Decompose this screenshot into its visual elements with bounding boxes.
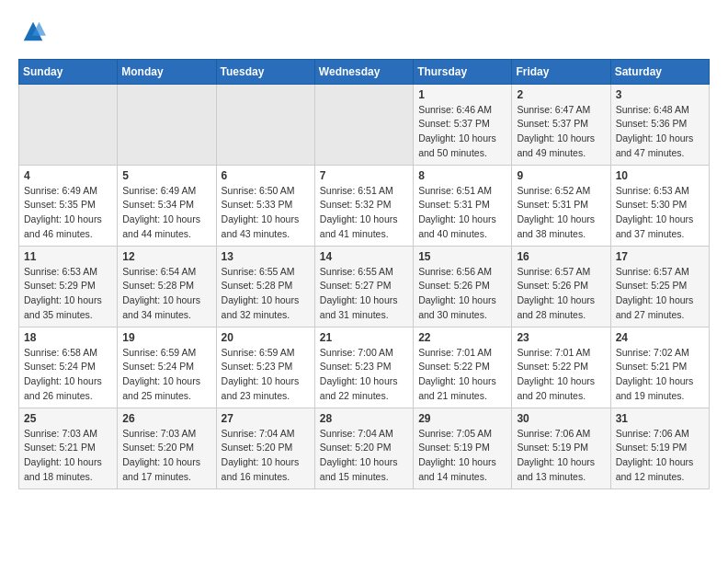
day-number: 3: [616, 88, 704, 101]
calendar-cell: 29 Sunrise: 7:05 AMSunset: 5:19 PMDaylig…: [414, 408, 512, 488]
calendar-week-row: 1 Sunrise: 6:46 AMSunset: 5:37 PMDayligh…: [19, 84, 710, 165]
day-info: Sunrise: 6:51 AMSunset: 5:32 PMDaylight:…: [320, 185, 398, 239]
day-number: 18: [24, 331, 112, 344]
day-number: 19: [122, 331, 210, 344]
day-number: 22: [418, 331, 506, 344]
day-info: Sunrise: 7:01 AMSunset: 5:22 PMDaylight:…: [418, 347, 496, 401]
calendar-cell: 28 Sunrise: 7:04 AMSunset: 5:20 PMDaylig…: [314, 408, 413, 488]
logo-icon: [20, 18, 46, 44]
calendar-cell: 24 Sunrise: 7:02 AMSunset: 5:21 PMDaylig…: [610, 327, 709, 408]
day-info: Sunrise: 6:52 AMSunset: 5:31 PMDaylight:…: [517, 185, 595, 239]
calendar-cell: 15 Sunrise: 6:56 AMSunset: 5:26 PMDaylig…: [414, 246, 512, 327]
day-info: Sunrise: 7:06 AMSunset: 5:19 PMDaylight:…: [517, 428, 595, 482]
day-info: Sunrise: 6:54 AMSunset: 5:28 PMDaylight:…: [122, 266, 200, 320]
calendar-cell: 21 Sunrise: 7:00 AMSunset: 5:23 PMDaylig…: [314, 327, 413, 408]
day-info: Sunrise: 7:03 AMSunset: 5:20 PMDaylight:…: [122, 428, 200, 482]
calendar-cell: 26 Sunrise: 7:03 AMSunset: 5:20 PMDaylig…: [118, 408, 216, 488]
day-number: 5: [122, 169, 210, 182]
day-info: Sunrise: 6:49 AMSunset: 5:34 PMDaylight:…: [122, 185, 200, 239]
day-info: Sunrise: 6:56 AMSunset: 5:26 PMDaylight:…: [418, 266, 496, 320]
day-number: 20: [222, 331, 310, 344]
calendar-week-row: 18 Sunrise: 6:58 AMSunset: 5:24 PMDaylig…: [19, 327, 710, 408]
calendar-cell: 17 Sunrise: 6:57 AMSunset: 5:25 PMDaylig…: [610, 246, 709, 327]
weekday-header-thursday: Thursday: [414, 59, 512, 84]
day-number: 1: [418, 88, 506, 101]
calendar-cell: 30 Sunrise: 7:06 AMSunset: 5:19 PMDaylig…: [512, 408, 610, 488]
day-number: 15: [418, 250, 506, 263]
day-info: Sunrise: 6:48 AMSunset: 5:36 PMDaylight:…: [616, 104, 694, 158]
day-info: Sunrise: 7:04 AMSunset: 5:20 PMDaylight:…: [320, 428, 398, 482]
day-number: 7: [320, 169, 408, 182]
calendar-cell: 12 Sunrise: 6:54 AMSunset: 5:28 PMDaylig…: [118, 246, 216, 327]
calendar-cell: 27 Sunrise: 7:04 AMSunset: 5:20 PMDaylig…: [216, 408, 314, 488]
calendar-cell: 23 Sunrise: 7:01 AMSunset: 5:22 PMDaylig…: [512, 327, 610, 408]
day-number: 27: [222, 412, 310, 425]
day-info: Sunrise: 7:02 AMSunset: 5:21 PMDaylight:…: [616, 347, 694, 401]
weekday-header-sunday: Sunday: [19, 59, 118, 84]
day-info: Sunrise: 6:58 AMSunset: 5:24 PMDaylight:…: [24, 347, 102, 401]
calendar-cell: 2 Sunrise: 6:47 AMSunset: 5:37 PMDayligh…: [512, 84, 610, 165]
calendar-cell: 25 Sunrise: 7:03 AMSunset: 5:21 PMDaylig…: [19, 408, 118, 488]
day-number: 16: [517, 250, 605, 263]
day-info: Sunrise: 7:05 AMSunset: 5:19 PMDaylight:…: [418, 428, 496, 482]
day-info: Sunrise: 6:59 AMSunset: 5:23 PMDaylight:…: [222, 347, 300, 401]
calendar-cell: 20 Sunrise: 6:59 AMSunset: 5:23 PMDaylig…: [216, 327, 314, 408]
day-number: 24: [616, 331, 704, 344]
calendar-cell: 6 Sunrise: 6:50 AMSunset: 5:33 PMDayligh…: [216, 165, 314, 246]
day-number: 28: [320, 412, 408, 425]
day-info: Sunrise: 7:01 AMSunset: 5:22 PMDaylight:…: [517, 347, 595, 401]
calendar-table: SundayMondayTuesdayWednesdayThursdayFrid…: [18, 59, 710, 489]
day-number: 6: [222, 169, 310, 182]
calendar-cell: 8 Sunrise: 6:51 AMSunset: 5:31 PMDayligh…: [414, 165, 512, 246]
calendar-cell: 13 Sunrise: 6:55 AMSunset: 5:28 PMDaylig…: [216, 246, 314, 327]
day-info: Sunrise: 6:57 AMSunset: 5:25 PMDaylight:…: [616, 266, 694, 320]
calendar-cell: 31 Sunrise: 7:06 AMSunset: 5:19 PMDaylig…: [610, 408, 709, 488]
weekday-header-tuesday: Tuesday: [216, 59, 314, 84]
day-info: Sunrise: 6:53 AMSunset: 5:30 PMDaylight:…: [616, 185, 694, 239]
calendar-cell: 7 Sunrise: 6:51 AMSunset: 5:32 PMDayligh…: [314, 165, 413, 246]
day-info: Sunrise: 6:55 AMSunset: 5:27 PMDaylight:…: [320, 266, 398, 320]
day-info: Sunrise: 6:49 AMSunset: 5:35 PMDaylight:…: [24, 185, 102, 239]
calendar-week-row: 11 Sunrise: 6:53 AMSunset: 5:29 PMDaylig…: [19, 246, 710, 327]
day-number: 2: [517, 88, 605, 101]
day-number: 14: [320, 250, 408, 263]
day-number: 10: [616, 169, 704, 182]
calendar-cell: [216, 84, 314, 165]
weekday-header-row: SundayMondayTuesdayWednesdayThursdayFrid…: [19, 59, 710, 84]
day-number: 11: [24, 250, 112, 263]
calendar-cell: [314, 84, 413, 165]
day-info: Sunrise: 7:06 AMSunset: 5:19 PMDaylight:…: [616, 428, 694, 482]
weekday-header-monday: Monday: [118, 59, 216, 84]
calendar-cell: 4 Sunrise: 6:49 AMSunset: 5:35 PMDayligh…: [19, 165, 118, 246]
calendar-cell: 1 Sunrise: 6:46 AMSunset: 5:37 PMDayligh…: [414, 84, 512, 165]
weekday-header-saturday: Saturday: [610, 59, 709, 84]
calendar-week-row: 4 Sunrise: 6:49 AMSunset: 5:35 PMDayligh…: [19, 165, 710, 246]
day-info: Sunrise: 7:03 AMSunset: 5:21 PMDaylight:…: [24, 428, 102, 482]
calendar-cell: 3 Sunrise: 6:48 AMSunset: 5:36 PMDayligh…: [610, 84, 709, 165]
day-number: 12: [122, 250, 210, 263]
logo: [18, 18, 46, 50]
day-info: Sunrise: 7:04 AMSunset: 5:20 PMDaylight:…: [222, 428, 300, 482]
day-info: Sunrise: 6:53 AMSunset: 5:29 PMDaylight:…: [24, 266, 102, 320]
day-number: 23: [517, 331, 605, 344]
day-info: Sunrise: 6:50 AMSunset: 5:33 PMDaylight:…: [222, 185, 300, 239]
day-info: Sunrise: 6:46 AMSunset: 5:37 PMDaylight:…: [418, 104, 496, 158]
calendar-cell: 14 Sunrise: 6:55 AMSunset: 5:27 PMDaylig…: [314, 246, 413, 327]
weekday-header-friday: Friday: [512, 59, 610, 84]
day-number: 17: [616, 250, 704, 263]
day-info: Sunrise: 6:57 AMSunset: 5:26 PMDaylight:…: [517, 266, 595, 320]
day-number: 31: [616, 412, 704, 425]
day-number: 25: [24, 412, 112, 425]
calendar-cell: 5 Sunrise: 6:49 AMSunset: 5:34 PMDayligh…: [118, 165, 216, 246]
calendar-cell: 18 Sunrise: 6:58 AMSunset: 5:24 PMDaylig…: [19, 327, 118, 408]
calendar-week-row: 25 Sunrise: 7:03 AMSunset: 5:21 PMDaylig…: [19, 408, 710, 488]
day-number: 21: [320, 331, 408, 344]
day-info: Sunrise: 6:47 AMSunset: 5:37 PMDaylight:…: [517, 104, 595, 158]
page-header: [18, 18, 710, 50]
day-number: 9: [517, 169, 605, 182]
day-info: Sunrise: 7:00 AMSunset: 5:23 PMDaylight:…: [320, 347, 398, 401]
calendar-cell: 22 Sunrise: 7:01 AMSunset: 5:22 PMDaylig…: [414, 327, 512, 408]
calendar-cell: 10 Sunrise: 6:53 AMSunset: 5:30 PMDaylig…: [610, 165, 709, 246]
calendar-cell: 19 Sunrise: 6:59 AMSunset: 5:24 PMDaylig…: [118, 327, 216, 408]
day-number: 4: [24, 169, 112, 182]
